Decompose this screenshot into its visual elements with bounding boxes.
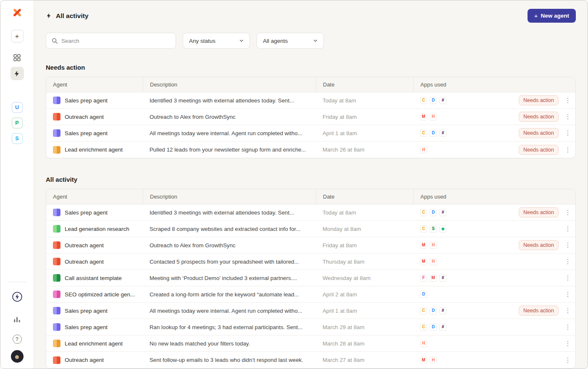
agent-name: Sales prep agent: [65, 130, 108, 136]
run-description: Outreach to Alex from GrowthSync: [143, 114, 316, 120]
apps-used: MH: [413, 356, 490, 364]
slack-app-icon: #: [439, 97, 446, 104]
agent-name: Lead generation research: [65, 226, 129, 232]
analytics-icon[interactable]: [10, 312, 24, 326]
table-row[interactable]: Outreach agentContacted 5 prospects from…: [46, 254, 575, 270]
run-description: Outreach to Alex from GrowthSync: [143, 242, 316, 249]
calendar-app-icon: C: [420, 307, 427, 314]
needs-action-badge: Needs action: [519, 112, 559, 122]
row-menu-button[interactable]: ⋮: [560, 340, 575, 347]
agent-name: Sales prep agent: [65, 324, 108, 330]
dashboard-icon[interactable]: [10, 51, 24, 64]
search-input[interactable]: [61, 38, 171, 44]
app-logo[interactable]: [12, 7, 23, 20]
usage-bolt-icon[interactable]: [10, 290, 24, 304]
run-description: Scraped 8 company websites and extracted…: [143, 226, 316, 232]
user-avatar[interactable]: ☻: [11, 350, 24, 363]
table-row[interactable]: Sales prep agentAll meetings today were …: [46, 303, 575, 319]
apps-used: CD#: [413, 97, 490, 104]
needs-action-table: Agent Description Date Apps used Sales p…: [46, 77, 576, 158]
column-header-description: Description: [143, 77, 316, 92]
agent-name: Outreach agent: [65, 114, 104, 120]
agent-filter-value: All agents: [263, 38, 288, 44]
run-description: Identified 3 meetings with external atte…: [143, 97, 316, 104]
new-agent-label: New agent: [541, 13, 569, 19]
table-row[interactable]: Outreach agentOutreach to Alex from Grow…: [46, 109, 575, 125]
table-row[interactable]: SEO optimized article gen...Created a lo…: [46, 286, 575, 303]
run-date: Monday at 8am: [316, 226, 413, 232]
row-menu-button[interactable]: ⋮: [560, 146, 575, 154]
agent-puzzle-icon: [53, 340, 60, 347]
needs-action-section: Needs action Agent Description Date Apps…: [46, 64, 576, 158]
fireflies-app-icon: F: [420, 275, 427, 282]
table-row[interactable]: Sales prep agentIdentified 3 meetings wi…: [46, 92, 575, 109]
docs-app-icon: D: [430, 97, 437, 104]
column-header-apps-used: Apps used: [413, 77, 490, 92]
hubspot-app-icon: H: [430, 258, 437, 265]
run-date: March 26 at 8am: [316, 147, 413, 153]
chevron-down-icon: [312, 38, 318, 44]
section-title: Needs action: [46, 64, 576, 71]
table-header: Agent Description Date Apps used: [46, 189, 575, 204]
run-date: Wednesday at 8am: [316, 275, 413, 281]
section-title: All activity: [46, 176, 576, 183]
gmail-app-icon: M: [420, 258, 427, 265]
table-row[interactable]: Outreach agentSent follow-up emails to 3…: [46, 352, 575, 368]
table-row[interactable]: Call assistant templateMeeting with ‘Pro…: [46, 270, 575, 286]
row-menu-button[interactable]: ⋮: [560, 258, 575, 265]
hubspot-app-icon: H: [430, 242, 437, 249]
row-menu-button[interactable]: ⋮: [560, 241, 575, 249]
workspace-s[interactable]: S: [12, 133, 23, 144]
new-agent-button[interactable]: + New agent: [528, 9, 576, 23]
agent-filter[interactable]: All agents: [257, 33, 324, 49]
table-row[interactable]: Lead generation researchScraped 8 compan…: [46, 221, 575, 237]
sidebar: + UPS: [0, 0, 34, 369]
row-menu-button[interactable]: ⋮: [560, 290, 575, 298]
row-menu-button[interactable]: ⋮: [560, 274, 575, 282]
gmail-app-icon: M: [420, 113, 427, 120]
row-menu-button[interactable]: ⋮: [560, 307, 575, 314]
agent-name: Outreach agent: [65, 242, 104, 249]
agent-puzzle-icon: [53, 241, 60, 249]
agent-puzzle-icon: [53, 290, 60, 298]
run-description: No new leads matched your filters today.: [143, 340, 316, 347]
plus-icon: +: [534, 13, 538, 19]
run-date: Friday at 8am: [316, 114, 413, 120]
apps-used: CD#: [413, 130, 490, 137]
run-date: April 2 at 8am: [316, 291, 413, 298]
column-header-agent: Agent: [46, 189, 143, 204]
workspace-p[interactable]: P: [12, 118, 23, 128]
row-menu-button[interactable]: ⋮: [560, 129, 575, 137]
activity-nav-icon[interactable]: [10, 67, 24, 80]
run-date: April 1 at 8am: [316, 130, 413, 136]
agent-puzzle-icon: [53, 146, 60, 154]
run-date: April 1 at 8am: [316, 308, 413, 314]
table-row[interactable]: Lead enrichment agentNo new leads matche…: [46, 335, 575, 352]
workspace-u[interactable]: U: [12, 102, 23, 113]
hubspot-app-icon: H: [420, 340, 427, 347]
status-filter[interactable]: Any status: [183, 33, 250, 49]
run-date: Today at 8am: [316, 97, 413, 104]
table-row[interactable]: Sales prep agentAll meetings today were …: [46, 125, 575, 141]
row-menu-button[interactable]: ⋮: [560, 323, 575, 331]
table-row[interactable]: Sales prep agentRan lookup for 4 meeting…: [46, 319, 575, 335]
apps-used: MH: [413, 113, 490, 120]
row-menu-button[interactable]: ⋮: [560, 356, 575, 364]
page-title: All activity: [56, 12, 89, 20]
needs-action-badge: Needs action: [519, 207, 559, 217]
table-row[interactable]: Outreach agentOutreach to Alex from Grow…: [46, 237, 575, 254]
row-menu-button[interactable]: ⋮: [560, 209, 575, 216]
docs-app-icon: D: [430, 209, 437, 216]
run-date: Friday at 8am: [316, 242, 413, 249]
row-menu-button[interactable]: ⋮: [560, 97, 575, 104]
agent-puzzle-icon: [53, 274, 60, 282]
row-menu-button[interactable]: ⋮: [560, 113, 575, 120]
table-row[interactable]: Lead enrichment agentPulled 12 leads fro…: [46, 141, 575, 158]
table-row[interactable]: Sales prep agentIdentified 3 meetings wi…: [46, 204, 575, 221]
help-icon[interactable]: ?: [13, 335, 22, 344]
run-description: Contacted 5 prospects from your spreadsh…: [143, 259, 316, 265]
add-button[interactable]: +: [11, 30, 24, 42]
row-menu-button[interactable]: ⋮: [560, 225, 575, 233]
table-header: Agent Description Date Apps used: [46, 77, 575, 92]
filter-bar: Any status All agents: [46, 33, 576, 49]
